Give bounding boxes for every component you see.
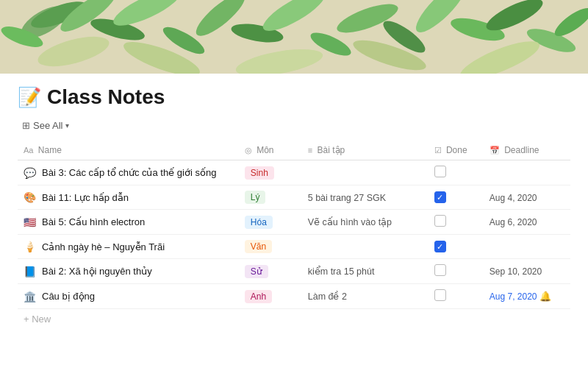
cell-done-4[interactable] (429, 259, 484, 284)
subject-tag: Sử (245, 265, 268, 278)
row-name-text: Bài 5: Cấu hình electron (42, 216, 145, 227)
name-col-icon: Aa (24, 146, 33, 155)
title-text: Class Notes (47, 85, 165, 109)
col-header-baitap: ≡ Bài tập (302, 141, 429, 160)
col-header-deadline: 📅 Deadline (484, 141, 570, 160)
checkbox-checked[interactable]: ✓ (434, 191, 446, 203)
checkbox-empty[interactable] (434, 166, 446, 177)
cell-mon-3: Văn (239, 235, 302, 259)
row-name-text: Bài 11: Lực hấp dẫn (42, 192, 129, 203)
cell-name-3: 🍦 Cảnh ngày hè – Nguyễn Trãi (18, 235, 239, 259)
cell-baitap-3 (302, 235, 429, 259)
deadline-link[interactable]: Aug 7, 2020 (490, 291, 537, 302)
row-icon: 🇺🇸 (24, 216, 36, 228)
row-icon: 📘 (24, 266, 36, 277)
row-name-text: Bài 3: Các cấp tổ chức của thế giới sống (42, 167, 216, 178)
baitap-text: kiểm tra 15 phút (308, 266, 375, 277)
col-header-name: Aa Name (18, 141, 239, 160)
checkbox-empty[interactable] (434, 289, 446, 301)
cell-mon-1: Lý (239, 185, 302, 210)
table-row[interactable]: 🇺🇸 Bài 5: Cấu hình electron HóaVẽ cấu hì… (18, 210, 570, 235)
checkbox-empty[interactable] (434, 264, 446, 276)
row-name-text: Cảnh ngày hè – Nguyễn Trãi (42, 241, 165, 252)
subject-tag: Lý (245, 191, 266, 204)
table-row[interactable]: 🍦 Cảnh ngày hè – Nguyễn Trãi Văn✓ (18, 235, 570, 259)
cell-done-3[interactable]: ✓ (429, 235, 484, 259)
row-icon: 🍦 (24, 241, 36, 252)
reminder-icon: 🔔 (539, 291, 551, 302)
cell-baitap-4: kiểm tra 15 phút (302, 259, 429, 284)
row-name-text: Bài 2: Xã hội nguyên thủy (42, 266, 152, 277)
baitap-text: Làm đề 2 (308, 291, 347, 302)
cell-baitap-1: 5 bài trang 27 SGK (302, 185, 429, 210)
deadline-text: Aug 4, 2020 (490, 193, 537, 203)
cell-deadline-1: Aug 4, 2020 (484, 185, 570, 210)
cell-deadline-4: Sep 10, 2020 (484, 259, 570, 284)
row-icon: 💬 (24, 167, 36, 179)
cell-deadline-0 (484, 160, 570, 185)
row-name-text: Câu bị động (42, 291, 95, 302)
col-header-done: ☑ Done (429, 141, 484, 160)
col-header-mon: ◎ Môn (239, 141, 302, 160)
cell-name-5: 🏛️ Câu bị động (18, 284, 239, 309)
baitap-col-icon: ≡ (308, 146, 312, 155)
baitap-text: Vẽ cấu hình vào tập (308, 217, 392, 227)
cell-name-0: 💬 Bài 3: Các cấp tổ chức của thế giới số… (18, 160, 239, 185)
checkbox-checked[interactable]: ✓ (434, 241, 446, 252)
cell-deadline-5: Aug 7, 2020 🔔 (484, 284, 570, 309)
cell-deadline-3 (484, 235, 570, 259)
mon-col-icon: ◎ (245, 146, 252, 155)
table-row[interactable]: 💬 Bài 3: Các cấp tổ chức của thế giới số… (18, 160, 570, 185)
cell-mon-2: Hóa (239, 210, 302, 235)
baitap-text: 5 bài trang 27 SGK (308, 193, 386, 203)
subject-tag: Sinh (245, 166, 274, 180)
table-row[interactable]: 🎨 Bài 11: Lực hấp dẫn Lý5 bài trang 27 S… (18, 185, 570, 210)
cell-done-5[interactable] (429, 284, 484, 309)
subject-tag: Anh (245, 290, 272, 303)
checkbox-empty[interactable] (434, 215, 446, 227)
cell-name-2: 🇺🇸 Bài 5: Cấu hình electron (18, 210, 239, 235)
chevron-down-icon: ▾ (65, 121, 69, 130)
row-icon: 🎨 (24, 191, 36, 203)
cell-name-4: 📘 Bài 2: Xã hội nguyên thủy (18, 259, 239, 284)
deadline-col-icon: 📅 (490, 146, 500, 155)
cell-done-2[interactable] (429, 210, 484, 235)
cell-done-1[interactable]: ✓ (429, 185, 484, 210)
done-col-icon: ☑ (434, 146, 442, 155)
cell-done-0[interactable] (429, 160, 484, 185)
subject-tag: Văn (245, 240, 272, 253)
view-selector[interactable]: ⊞ See All ▾ (18, 118, 570, 133)
cell-mon-5: Anh (239, 284, 302, 309)
cell-name-1: 🎨 Bài 11: Lực hấp dẫn (18, 185, 239, 210)
cell-baitap-5: Làm đề 2 (302, 284, 429, 309)
subject-tag: Hóa (245, 216, 273, 229)
view-label: See All (33, 120, 62, 131)
add-new-button[interactable]: + New (18, 309, 570, 329)
cell-mon-0: Sinh (239, 160, 302, 185)
cell-deadline-2: Aug 6, 2020 (484, 210, 570, 235)
deadline-text: Sep 10, 2020 (490, 266, 542, 277)
table-row[interactable]: 🏛️ Câu bị động AnhLàm đề 2Aug 7, 2020 🔔 (18, 284, 570, 309)
view-icon: ⊞ (22, 120, 30, 131)
cell-baitap-2: Vẽ cấu hình vào tập (302, 210, 429, 235)
title-emoji: 📝 (18, 86, 41, 109)
table-header-row: Aa Name ◎ Môn ≡ Bài tập ☑ Done 📅 Dead (18, 141, 570, 160)
deadline-text: Aug 6, 2020 (490, 217, 537, 227)
banner (0, 0, 588, 74)
table-row[interactable]: 📘 Bài 2: Xã hội nguyên thủy Sửkiểm tra 1… (18, 259, 570, 284)
cell-baitap-0 (302, 160, 429, 185)
page-title-row: 📝 Class Notes (18, 85, 570, 109)
row-icon: 🏛️ (24, 291, 36, 302)
add-new-label: + New (24, 314, 51, 325)
cell-mon-4: Sử (239, 259, 302, 284)
page-title: 📝 Class Notes (18, 85, 165, 109)
page-content: 📝 Class Notes ⊞ See All ▾ Aa Name ◎ Môn … (0, 74, 588, 335)
notes-table: Aa Name ◎ Môn ≡ Bài tập ☑ Done 📅 Dead (18, 141, 570, 309)
